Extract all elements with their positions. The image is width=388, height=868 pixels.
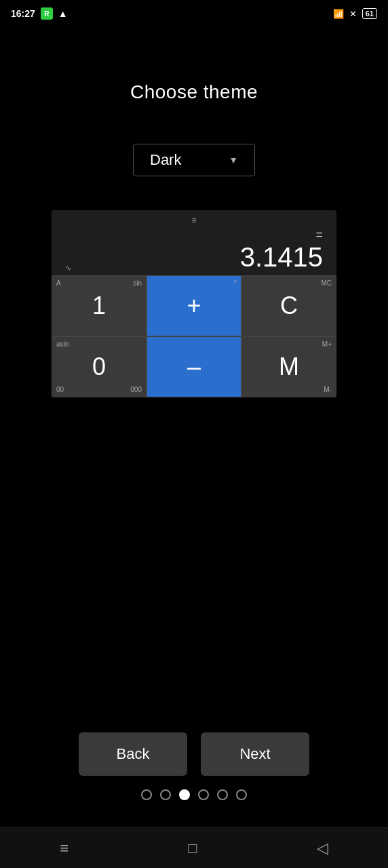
key-0[interactable]: asin 00 000 0	[52, 336, 147, 397]
x-icon: ✕	[349, 9, 357, 19]
page-dot-5	[217, 789, 228, 800]
page-indicators	[141, 789, 247, 800]
page-dot-3	[179, 789, 190, 800]
key-1[interactable]: A sin 1	[52, 275, 147, 336]
key-0-topleft: asin	[56, 340, 69, 348]
status-time: 16:27	[11, 8, 35, 19]
battery-indicator: 61	[362, 8, 377, 19]
nav-menu-icon[interactable]: ≡	[60, 840, 69, 857]
theme-selected-label: Dark	[150, 151, 181, 169]
key-plus-topright: °	[234, 279, 237, 287]
page-title: Choose theme	[130, 81, 258, 103]
warning-icon: ▲	[58, 8, 68, 19]
dropdown-arrow-icon: ▼	[229, 155, 238, 165]
bottom-section: Back Next	[0, 732, 388, 800]
calc-formula: =	[62, 228, 326, 242]
key-0-bottomright: 000	[130, 386, 142, 393]
back-button[interactable]: Back	[79, 732, 187, 776]
main-content: Choose theme Dark ▼ ≡ = ∿ 3.1415 A sin 1	[0, 27, 388, 397]
nav-back-icon[interactable]: ◁	[317, 840, 328, 857]
nav-buttons: Back Next	[79, 732, 309, 776]
calc-result: 3.1415	[240, 242, 326, 273]
status-bar: 16:27 R ▲ 📶 ✕ 61	[0, 0, 388, 27]
page-dot-2	[160, 789, 171, 800]
key-plus[interactable]: ° +	[147, 275, 241, 336]
key-1-topright: sin	[133, 279, 142, 287]
key-m-bottomright: M-	[324, 386, 332, 393]
calc-menu-icon: ≡	[62, 216, 326, 228]
next-button[interactable]: Next	[201, 732, 309, 776]
wifi-icon: 📶	[333, 9, 344, 19]
calculator-preview: ≡ = ∿ 3.1415 A sin 1 ° + MC C	[52, 210, 336, 397]
status-left: 16:27 R ▲	[11, 7, 68, 20]
key-minus[interactable]: –	[147, 336, 241, 397]
calc-graph-icon: ∿	[62, 264, 71, 273]
key-m[interactable]: M+ M- M	[241, 336, 336, 397]
key-c-topright: MC	[321, 279, 332, 287]
page-dot-6	[236, 789, 247, 800]
bottom-nav-bar: ≡ □ ◁	[0, 827, 388, 868]
key-c[interactable]: MC C	[241, 275, 336, 336]
theme-dropdown[interactable]: Dark ▼	[133, 144, 255, 176]
key-0-bottomleft: 00	[56, 386, 64, 393]
key-m-topright: M+	[322, 340, 332, 348]
status-icon-green: R	[41, 7, 53, 20]
page-dot-4	[198, 789, 209, 800]
page-dot-1	[141, 789, 152, 800]
status-right: 📶 ✕ 61	[333, 8, 377, 19]
calc-display: ≡ = ∿ 3.1415	[52, 210, 336, 275]
calc-keys: A sin 1 ° + MC C asin 00 000 0 –	[52, 275, 336, 397]
key-1-topleft: A	[56, 279, 61, 287]
nav-square-icon[interactable]: □	[188, 840, 197, 857]
